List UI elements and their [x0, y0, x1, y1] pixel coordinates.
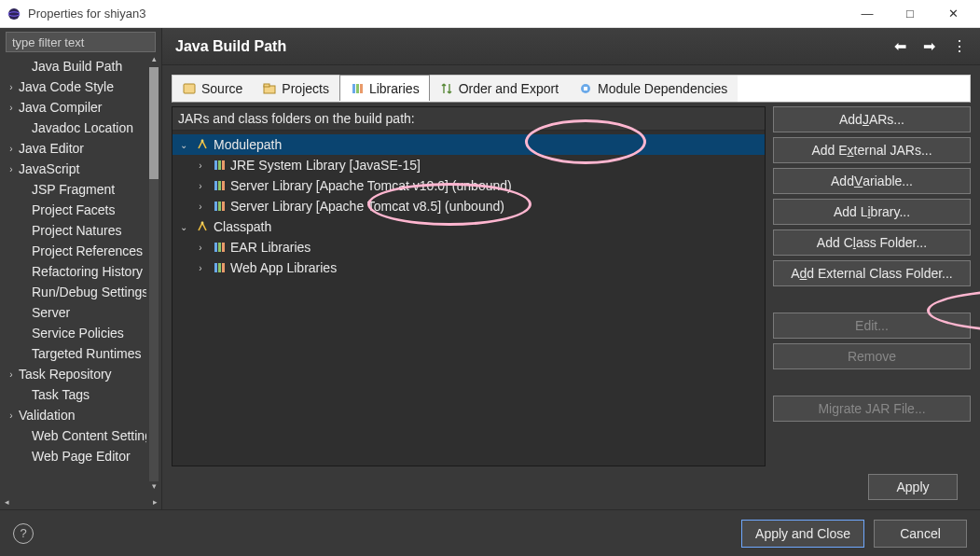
expander-icon: › — [6, 164, 17, 174]
library-tree-row[interactable]: ›Server Library [Apache Tomcat v8.5] (un… — [173, 196, 765, 216]
library-tree-label: EAR Libraries — [230, 240, 311, 255]
sidebar-item[interactable]: Task Tags — [0, 384, 161, 405]
tab-order-and-export[interactable]: Order and Export — [430, 76, 569, 102]
sidebar-item[interactable]: Service Policies — [0, 323, 161, 343]
dialog-bottombar: ? Apply and Close Cancel — [0, 509, 980, 556]
svg-rect-4 — [264, 84, 269, 87]
projects-icon — [262, 81, 277, 96]
build-caption: JARs and class folders on the build path… — [173, 107, 765, 131]
sidebar-item-label: Javadoc Location — [32, 120, 133, 135]
tab-module-dependencies[interactable]: Module Dependencies — [569, 76, 738, 102]
tab-libraries[interactable]: Libraries — [339, 75, 430, 101]
sidebar-item-label: Validation — [19, 408, 75, 423]
tab-source[interactable]: Source — [173, 76, 253, 102]
sidebar-item[interactable]: Web Content Settings — [0, 425, 161, 446]
maximize-button[interactable]: □ — [889, 0, 932, 28]
page-title: Java Build Path — [175, 38, 894, 55]
svg-rect-7 — [360, 84, 363, 93]
add-jars-button[interactable]: Add JARs... — [773, 106, 971, 132]
library-tree-row[interactable]: ⌄Classpath — [173, 216, 765, 237]
sidebar-scrollbar-vertical[interactable]: ▴ ▾ — [146, 54, 161, 494]
window-title: Properties for shiyan3 — [28, 7, 846, 21]
sidebar-item-label: JavaScript — [19, 161, 79, 176]
svg-rect-16 — [222, 181, 225, 190]
add-external-class-folder-button[interactable]: Add External Class Folder... — [773, 260, 971, 286]
sidebar-item[interactable]: Server — [0, 302, 161, 323]
tab-label: Order and Export — [459, 81, 559, 96]
eclipse-icon — [6, 6, 22, 22]
add-external-jars-button[interactable]: Add External JARs... — [773, 137, 971, 163]
minimize-button[interactable]: — — [846, 0, 889, 28]
cancel-button[interactable]: Cancel — [874, 520, 967, 548]
libraries-tree[interactable]: ⌄Modulepath›JRE System Library [JavaSE-1… — [173, 131, 765, 466]
add-class-folder-button[interactable]: Add Class Folder... — [773, 229, 971, 256]
expander-icon: › — [195, 243, 206, 253]
sidebar-item[interactable]: Targeted Runtimes — [0, 343, 161, 364]
sidebar-item-label: Task Repository — [19, 367, 112, 382]
sidebar-item[interactable]: Run/Debug Settings — [0, 282, 161, 302]
tab-projects[interactable]: Projects — [253, 76, 339, 102]
library-tree-label: Web App Libraries — [230, 260, 337, 275]
expander-icon: › — [195, 160, 206, 171]
sidebar-item[interactable]: ›Java Code Style — [0, 76, 161, 97]
sidebar-item[interactable]: Project Facets — [0, 200, 161, 220]
sidebar-item[interactable]: ›Java Editor — [0, 138, 161, 159]
apply-and-close-button[interactable]: Apply and Close — [741, 520, 864, 548]
library-tree-row[interactable]: ›Web App Libraries — [173, 257, 765, 278]
sidebar-item[interactable]: ›JavaScript — [0, 159, 161, 179]
sidebar-item[interactable]: Refactoring History — [0, 261, 161, 282]
sidebar-item[interactable]: Javadoc Location — [0, 118, 161, 138]
sidebar-item[interactable]: ›Validation — [0, 405, 161, 425]
library-tree-row[interactable]: ›EAR Libraries — [173, 237, 765, 257]
library-icon — [212, 158, 227, 173]
sidebar-item[interactable]: JSP Fragment — [0, 179, 161, 200]
sidebar-item-label: Project Natures — [32, 223, 121, 238]
svg-rect-22 — [218, 243, 221, 252]
tab-label: Projects — [282, 81, 329, 96]
expander-icon: › — [6, 103, 17, 113]
sidebar-item-label: Targeted Runtimes — [32, 346, 142, 361]
sidebar-item-label: Java Compiler — [19, 100, 102, 115]
svg-rect-12 — [218, 160, 221, 170]
expander-icon: › — [6, 82, 17, 92]
add-variable-button[interactable]: Add Variable... — [773, 168, 971, 194]
sidebar-item[interactable]: ›Task Repository — [0, 364, 161, 384]
help-icon[interactable]: ? — [13, 523, 34, 544]
sidebar-item[interactable]: Java Build Path — [0, 56, 161, 76]
filter-input[interactable] — [6, 32, 156, 52]
scrollbar-thumb[interactable] — [149, 67, 159, 179]
svg-rect-24 — [214, 263, 217, 272]
sidebar-item[interactable]: ›Java Compiler — [0, 97, 161, 118]
scroll-down-arrow[interactable]: ▾ — [146, 481, 161, 494]
add-library-button[interactable]: Add Library... — [773, 199, 971, 225]
close-button[interactable]: ✕ — [932, 0, 974, 28]
scroll-up-arrow[interactable]: ▴ — [146, 54, 161, 67]
nav-forward-icon[interactable]: ➡ — [923, 37, 935, 55]
sidebar-item-label: Refactoring History — [32, 264, 143, 279]
sidebar: Java Build Path›Java Code Style›Java Com… — [0, 28, 162, 509]
sidebar-item-label: Java Code Style — [19, 79, 114, 94]
nav-menu-icon[interactable]: ⋮ — [952, 37, 967, 55]
sidebar-item-label: Project References — [32, 243, 143, 258]
sidebar-item[interactable]: Web Page Editor — [0, 446, 161, 466]
remove-button: Remove — [773, 343, 971, 369]
svg-rect-26 — [222, 263, 225, 272]
apply-button[interactable]: Apply — [868, 474, 958, 500]
sidebar-item[interactable]: Project References — [0, 241, 161, 261]
svg-rect-17 — [214, 202, 217, 211]
library-tree-row[interactable]: ⌄Modulepath — [173, 134, 765, 155]
sidebar-tree[interactable]: Java Build Path›Java Code Style›Java Com… — [0, 54, 161, 494]
sidebar-item-label: JSP Fragment — [32, 182, 115, 197]
svg-rect-2 — [184, 84, 195, 93]
modulepath-icon — [195, 219, 210, 234]
nav-back-icon[interactable]: ⬅ — [894, 37, 906, 55]
scroll-left-arrow[interactable]: ◂ — [0, 494, 13, 509]
library-tree-row[interactable]: ›JRE System Library [JavaSE-15] — [173, 155, 765, 175]
sidebar-item-label: Task Tags — [32, 387, 90, 402]
expander-icon: › — [6, 369, 17, 380]
library-tree-label: JRE System Library [JavaSE-15] — [230, 158, 421, 173]
scroll-right-arrow[interactable]: ▸ — [148, 494, 161, 509]
sidebar-item[interactable]: Project Natures — [0, 220, 161, 241]
library-tree-row[interactable]: ›Server Library [Apache Tomcat v10.0] (u… — [173, 175, 765, 196]
sidebar-scrollbar-horizontal[interactable]: ◂ ▸ — [0, 494, 161, 509]
